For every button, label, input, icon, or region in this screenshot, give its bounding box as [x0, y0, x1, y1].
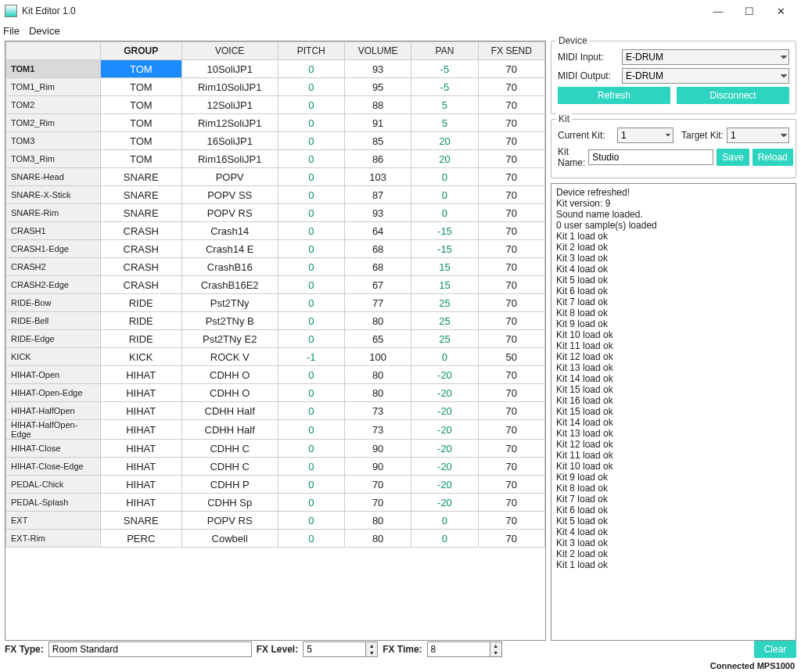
cell-fx[interactable]: 70 — [478, 330, 544, 348]
cell-group[interactable]: HIHAT — [100, 384, 181, 402]
cell-volume[interactable]: 100 — [344, 348, 411, 366]
cell-group[interactable]: PERC — [100, 530, 181, 548]
col-group[interactable]: GROUP — [100, 42, 181, 60]
cell-fx[interactable]: 70 — [478, 512, 544, 530]
cell-fx[interactable]: 70 — [478, 384, 544, 402]
cell-pitch[interactable]: 0 — [278, 258, 344, 276]
cell-pitch[interactable]: 0 — [278, 114, 344, 132]
menu-file[interactable]: File — [3, 25, 20, 37]
cell-pan[interactable]: 0 — [411, 168, 478, 186]
cell-volume[interactable]: 93 — [344, 60, 411, 78]
chevron-down-icon[interactable]: ▼ — [366, 649, 377, 656]
cell-volume[interactable]: 70 — [344, 476, 411, 494]
cell-fx[interactable]: 70 — [478, 476, 544, 494]
cell-voice[interactable]: 10SoliJP1 — [181, 60, 278, 78]
cell-pitch[interactable]: 0 — [278, 204, 344, 222]
cell-voice[interactable]: 16SoliJP1 — [181, 132, 278, 150]
cell-volume[interactable]: 90 — [344, 440, 411, 458]
cell-pitch[interactable]: 0 — [278, 240, 344, 258]
table-row[interactable]: TOM1_RimTOMRim10SoliJP1095-570 — [6, 78, 545, 96]
fx-type-select[interactable]: Room Standard — [48, 641, 252, 657]
cell-pitch[interactable]: 0 — [278, 366, 344, 384]
cell-pan[interactable]: 0 — [411, 204, 478, 222]
cell-pan[interactable]: 25 — [411, 330, 478, 348]
cell-volume[interactable]: 95 — [344, 78, 411, 96]
cell-voice[interactable]: CDHH P — [181, 476, 278, 494]
cell-voice[interactable]: CDHH C — [181, 458, 278, 476]
cell-group[interactable]: CRASH — [100, 258, 181, 276]
row-name[interactable]: HIHAT-Open-Edge — [6, 384, 101, 402]
row-name[interactable]: SNARE-Rim — [6, 204, 101, 222]
cell-fx[interactable]: 70 — [478, 204, 544, 222]
cell-pan[interactable]: -5 — [411, 78, 478, 96]
cell-group[interactable]: CRASH — [100, 240, 181, 258]
row-name[interactable]: PEDAL-Chick — [6, 476, 101, 494]
table-row[interactable]: PEDAL-ChickHIHATCDHH P070-2070 — [6, 476, 545, 494]
cell-group[interactable]: CRASH — [100, 222, 181, 240]
cell-pan[interactable]: 15 — [411, 258, 478, 276]
cell-pitch[interactable]: 0 — [278, 294, 344, 312]
cell-volume[interactable]: 80 — [344, 312, 411, 330]
cell-voice[interactable]: ROCK V — [181, 348, 278, 366]
row-name[interactable]: TOM1_Rim — [6, 78, 101, 96]
cell-fx[interactable]: 70 — [478, 150, 544, 168]
cell-pitch[interactable]: 0 — [278, 78, 344, 96]
cell-voice[interactable]: Rim16SoliJP1 — [181, 150, 278, 168]
kit-table[interactable]: GROUP VOICE PITCH VOLUME PAN FX SEND TOM… — [5, 41, 545, 548]
table-row[interactable]: SNARE-X-StickSNAREPOPV SS087070 — [6, 186, 545, 204]
save-button[interactable]: Save — [717, 149, 749, 166]
cell-volume[interactable]: 80 — [344, 512, 411, 530]
cell-group[interactable]: SNARE — [100, 204, 181, 222]
cell-pitch[interactable]: 0 — [278, 132, 344, 150]
table-row[interactable]: TOM3_RimTOMRim16SoliJP10862070 — [6, 150, 545, 168]
cell-group[interactable]: TOM — [100, 96, 181, 114]
cell-fx[interactable]: 70 — [478, 258, 544, 276]
cell-fx[interactable]: 70 — [478, 440, 544, 458]
cell-voice[interactable]: Pst2TNy E2 — [181, 330, 278, 348]
cell-group[interactable]: HIHAT — [100, 366, 181, 384]
cell-pitch[interactable]: 0 — [278, 458, 344, 476]
table-row[interactable]: HIHAT-HalfOpenHIHATCDHH Half073-2070 — [6, 402, 545, 420]
row-name[interactable]: EXT-Rim — [6, 530, 101, 548]
row-name[interactable]: HIHAT-Close-Edge — [6, 458, 101, 476]
cell-fx[interactable]: 70 — [478, 132, 544, 150]
cell-fx[interactable]: 70 — [478, 222, 544, 240]
cell-group[interactable]: SNARE — [100, 512, 181, 530]
row-name[interactable]: SNARE-X-Stick — [6, 186, 101, 204]
cell-volume[interactable]: 65 — [344, 330, 411, 348]
cell-fx[interactable]: 70 — [478, 312, 544, 330]
cell-fx[interactable]: 70 — [478, 168, 544, 186]
cell-fx[interactable]: 70 — [478, 530, 544, 548]
midi-output-select[interactable]: E-DRUM — [622, 68, 789, 84]
cell-pan[interactable]: 5 — [411, 114, 478, 132]
row-name[interactable]: RIDE-Bell — [6, 312, 101, 330]
row-name[interactable]: RIDE-Bow — [6, 294, 101, 312]
table-row[interactable]: TOM3TOM16SoliJP10852070 — [6, 132, 545, 150]
cell-volume[interactable]: 73 — [344, 402, 411, 420]
cell-group[interactable]: TOM — [100, 114, 181, 132]
cell-pan[interactable]: 20 — [411, 150, 478, 168]
cell-pitch[interactable]: 0 — [278, 222, 344, 240]
table-row[interactable]: RIDE-BowRIDEPst2TNy0772570 — [6, 294, 545, 312]
row-name[interactable]: TOM1 — [6, 60, 101, 78]
cell-pan[interactable]: 25 — [411, 294, 478, 312]
cell-pan[interactable]: -20 — [411, 366, 478, 384]
cell-fx[interactable]: 70 — [478, 60, 544, 78]
cell-pan[interactable]: -20 — [411, 440, 478, 458]
cell-pan[interactable]: -20 — [411, 458, 478, 476]
reload-button[interactable]: Reload — [753, 149, 793, 166]
cell-fx[interactable]: 70 — [478, 494, 544, 512]
cell-pan[interactable]: -20 — [411, 476, 478, 494]
cell-voice[interactable]: Crash14 — [181, 222, 278, 240]
cell-group[interactable]: HIHAT — [100, 494, 181, 512]
cell-pan[interactable]: -5 — [411, 60, 478, 78]
cell-pan[interactable]: 20 — [411, 132, 478, 150]
cell-pan[interactable]: -20 — [411, 420, 478, 440]
col-volume[interactable]: VOLUME — [344, 42, 411, 60]
cell-fx[interactable]: 70 — [478, 402, 544, 420]
table-row[interactable]: RIDE-EdgeRIDEPst2TNy E20652570 — [6, 330, 545, 348]
target-kit-select[interactable]: 1 — [727, 128, 789, 143]
disconnect-button[interactable]: Disconnect — [677, 87, 789, 104]
cell-volume[interactable]: 68 — [344, 258, 411, 276]
row-name[interactable]: RIDE-Edge — [6, 330, 101, 348]
